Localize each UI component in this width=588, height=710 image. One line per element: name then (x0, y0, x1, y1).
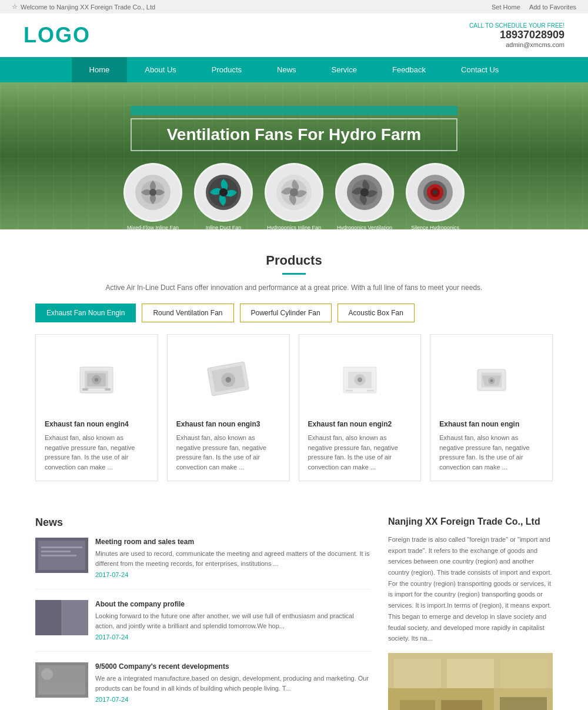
news-title: News (35, 516, 370, 529)
svg-rect-42 (41, 555, 76, 556)
svg-rect-22 (82, 388, 88, 391)
news-item-title-1[interactable]: Meeting room and sales team (95, 538, 370, 546)
hero-product-1[interactable]: Mixed-Flow Inline Fan (123, 163, 182, 229)
products-desc: Active Air In-Line Duct Fans offer innov… (35, 284, 553, 292)
product-grid: Exhaust fan noun engin4 Exhaust fan, als… (35, 334, 553, 481)
call-label: CALL TO SCHEDULE YOUR FREE! (469, 22, 564, 29)
nav-feedback[interactable]: Feedback (375, 57, 443, 82)
svg-point-5 (219, 188, 228, 196)
news-item-title-2[interactable]: About the company profile (95, 600, 370, 608)
nav-service[interactable]: Service (314, 57, 375, 82)
svg-point-2 (149, 189, 156, 196)
product-title-3: Exhaust fan noun engin2 (308, 420, 412, 428)
news-thumb-3 (35, 662, 88, 698)
svg-rect-59 (441, 700, 482, 710)
svg-rect-49 (38, 686, 85, 695)
news-item-2: About the company profile Looking forwar… (35, 600, 370, 652)
product-img-3 (308, 344, 412, 414)
hero-content: Ventilation Fans For Hydro Farm (131, 106, 458, 151)
svg-point-11 (360, 188, 369, 196)
set-home-link[interactable]: Set Home (492, 4, 520, 11)
product-img-1 (45, 344, 149, 414)
product-card-2[interactable]: Exhaust fan noun engin3 Exhaust fan, als… (167, 334, 290, 481)
news-item-title-3[interactable]: 9/5000 Company's recent developments (95, 662, 370, 671)
svg-rect-41 (41, 551, 71, 552)
news-content-1: Meeting room and sales team Minutes are … (95, 538, 370, 578)
svg-rect-58 (400, 700, 435, 710)
product-circle-1 (123, 163, 182, 222)
header: LOGO CALL TO SCHEDULE YOUR FREE! 1893702… (0, 14, 588, 57)
news-section: News Meeting room and sales team Minutes… (35, 516, 370, 710)
news-excerpt-2: Looking forward to the future one after … (95, 611, 370, 631)
product-label-5: Silence Hydroponics Fan (406, 225, 465, 229)
news-date-1: 2017-07-24 (95, 571, 370, 578)
svg-rect-57 (500, 659, 547, 688)
product-circle-4 (335, 163, 394, 222)
nav-news[interactable]: News (259, 57, 314, 82)
product-desc-4: Exhaust fan, also known as negative pres… (439, 433, 543, 472)
hero-product-2[interactable]: Inline Duct Fan (194, 163, 253, 229)
product-label-2: Inline Duct Fan (206, 225, 242, 229)
hero-banner: Ventilation Fans For Hydro Farm Mixed-Fl… (0, 82, 588, 229)
news-thumb-2 (35, 600, 88, 635)
hero-title: Ventilation Fans For Hydro Farm (131, 118, 458, 151)
section-underline (282, 273, 306, 275)
products-title: Products (35, 253, 553, 268)
news-excerpt-3: We are a integrated manufacture,based on… (95, 674, 370, 693)
nav-products[interactable]: Products (194, 57, 259, 82)
top-bar-left: ☆ Welcome to Nanjing XX Foreign Trade Co… (12, 3, 155, 11)
tab-round[interactable]: Round Ventilation Fan (142, 304, 233, 322)
star-icon: ☆ (12, 3, 18, 11)
product-img-2 (176, 344, 280, 414)
product-tabs: Exhaust Fan Noun Engin Round Ventilation… (35, 304, 553, 322)
svg-rect-32 (346, 389, 353, 391)
news-item-1: Meeting room and sales team Minutes are … (35, 538, 370, 589)
product-card-4[interactable]: Exhaust fan noun engin Exhaust fan, also… (430, 334, 553, 481)
product-card-1[interactable]: Exhaust fan noun engin4 Exhaust fan, als… (35, 334, 158, 481)
about-text: Foreign trade is also called "foreign tr… (388, 534, 553, 644)
svg-rect-55 (394, 659, 441, 688)
email-address: admin@xmcms.com (469, 41, 564, 48)
news-date-2: 2017-07-24 (95, 634, 370, 641)
news-about-section: News Meeting room and sales team Minutes… (0, 499, 588, 710)
product-desc-1: Exhaust fan, also known as negative pres… (45, 433, 149, 472)
product-label-1: Mixed-Flow Inline Fan (127, 225, 179, 229)
main-nav: Home About Us Products News Service Feed… (0, 57, 588, 82)
svg-point-31 (358, 378, 362, 382)
news-content-3: 9/5000 Company's recent developments We … (95, 662, 370, 703)
nav-contact[interactable]: Contact Us (443, 57, 516, 82)
svg-rect-44 (35, 600, 62, 635)
top-bar: ☆ Welcome to Nanjing XX Foreign Trade Co… (0, 0, 588, 14)
svg-rect-23 (105, 388, 111, 391)
svg-rect-40 (41, 546, 82, 548)
product-card-3[interactable]: Exhaust fan noun engin2 Exhaust fan, als… (299, 334, 422, 481)
product-title-2: Exhaust fan noun engin3 (176, 420, 280, 428)
logo[interactable]: LOGO (24, 23, 91, 48)
product-desc-3: Exhaust fan, also known as negative pres… (308, 433, 412, 472)
svg-rect-60 (500, 697, 547, 710)
svg-point-50 (41, 668, 53, 680)
tab-exhaust[interactable]: Exhaust Fan Noun Engin (35, 304, 136, 322)
news-thumb-1 (35, 538, 88, 573)
hero-product-5[interactable]: Silence Hydroponics Fan (406, 163, 465, 229)
welcome-text: Welcome to Nanjing XX Foreign Trade Co.,… (21, 4, 155, 11)
about-title: Nanjing XX Foreign Trade Co., Ltd (388, 516, 553, 527)
product-circle-3 (265, 163, 323, 222)
product-label-3: Hydroponics Inline Fan (267, 225, 321, 229)
add-favorites-link[interactable]: Add to Favorites (529, 4, 576, 11)
news-content-2: About the company profile Looking forwar… (95, 600, 370, 641)
product-circle-2 (194, 163, 253, 222)
hero-product-3[interactable]: Hydroponics Inline Fan (265, 163, 323, 229)
top-bar-right: Set Home Add to Favorites (492, 4, 576, 11)
hero-product-4[interactable]: Hydroponics Ventilation Fan (335, 163, 394, 229)
product-circle-5 (406, 163, 465, 222)
nav-home[interactable]: Home (72, 57, 128, 82)
product-label-4: Hydroponics Ventilation Fan (335, 225, 394, 229)
hero-products: Mixed-Flow Inline Fan Inline Duct Fan (123, 163, 465, 229)
header-contact: CALL TO SCHEDULE YOUR FREE! 18937028909 … (469, 22, 564, 48)
svg-rect-45 (62, 600, 88, 635)
news-date-3: 2017-07-24 (95, 696, 370, 703)
tab-acoustic[interactable]: Acoustic Box Fan (338, 304, 415, 322)
tab-cylinder[interactable]: Powerful Cylinder Fan (240, 304, 332, 322)
nav-about[interactable]: About Us (127, 57, 193, 82)
